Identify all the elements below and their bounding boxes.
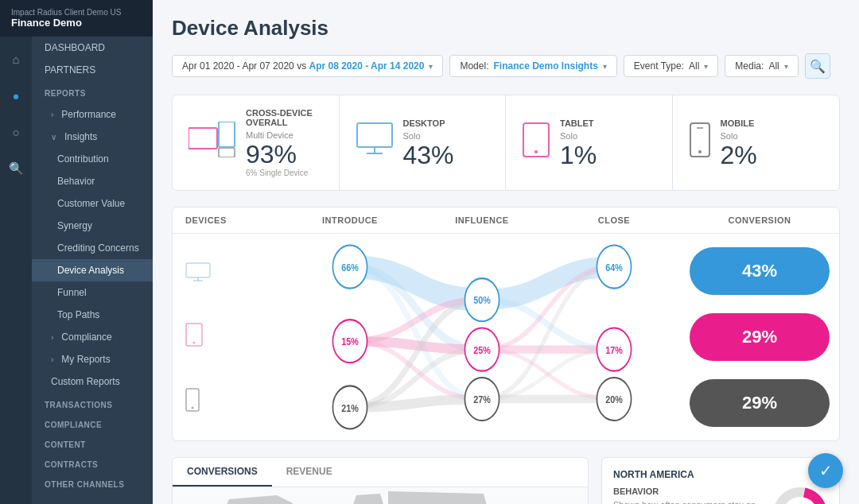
sidebar-item-funnel[interactable]: Funnel bbox=[32, 281, 153, 304]
svg-text:17%: 17% bbox=[605, 344, 623, 356]
media-label: Media: bbox=[735, 60, 764, 72]
compliance-label: Compliance bbox=[61, 331, 111, 343]
top-paths-label: Top Paths bbox=[57, 309, 99, 320]
col-introduce: INTRODUCE bbox=[284, 215, 416, 225]
sidebar-section-contracts: CONTRACTS bbox=[32, 455, 153, 475]
sankey-chart-area: 66% 15% 21% 50% 25% 27% bbox=[284, 234, 680, 440]
svg-text:64%: 64% bbox=[605, 262, 623, 273]
svg-text:66%: 66% bbox=[341, 262, 359, 273]
media-value: All bbox=[768, 60, 779, 72]
desktop-pct: 43% bbox=[403, 142, 490, 168]
caret-icon2: ▾ bbox=[603, 62, 607, 71]
north-america-panel: NORTH AMERICA BEHAVIOR Shows how often c… bbox=[601, 457, 840, 504]
event-type-filter[interactable]: Event Type: All ▾ bbox=[624, 55, 719, 77]
cross-device-icon bbox=[189, 122, 236, 165]
sankey-section: DEVICES INTRODUCE INFLUENCE CLOSE CONVER… bbox=[172, 207, 840, 441]
insights-label: Insights bbox=[64, 131, 97, 142]
sankey-devices-col bbox=[173, 234, 284, 440]
sidebar-item-customer-value[interactable]: Customer Value bbox=[32, 192, 153, 215]
conversion-tablet-pct: 29% bbox=[742, 327, 777, 347]
my-reports-label: My Reports bbox=[61, 354, 110, 365]
checkmark-icon: ✓ bbox=[819, 461, 833, 480]
reports-section-label: REPORTS bbox=[45, 89, 86, 98]
sidebar: Impact Radius Client Demo US Finance Dem… bbox=[0, 0, 153, 504]
tab-revenue[interactable]: REVENUE bbox=[272, 458, 347, 487]
tablet-pct: 1% bbox=[560, 142, 656, 168]
sidebar-header: Impact Radius Client Demo US Finance Dem… bbox=[0, 0, 153, 37]
sankey-body: 66% 15% 21% 50% 25% 27% bbox=[173, 234, 839, 440]
sidebar-item-crediting-concerns[interactable]: Crediting Concerns bbox=[32, 237, 153, 259]
nav-content: DASHBOARD PARTNERS REPORTS › Performance… bbox=[32, 37, 153, 504]
arrow-icon: › bbox=[51, 333, 53, 342]
svg-point-7 bbox=[534, 150, 538, 153]
bottom-left-panel: CONVERSIONS REVENUE bbox=[172, 457, 589, 504]
mobile-icon bbox=[689, 122, 711, 165]
sidebar-item-behavior[interactable]: Behavior bbox=[32, 170, 153, 192]
sidebar-item-partners[interactable]: PARTNERS bbox=[32, 59, 153, 81]
home-icon[interactable]: ⌂ bbox=[3, 46, 29, 72]
sidebar-item-synergy[interactable]: Synergy bbox=[32, 215, 153, 237]
device-card-overall: CROSS-DEVICE OVERALL Multi Device 93% 6%… bbox=[173, 95, 340, 190]
sidebar-item-dashboard[interactable]: DASHBOARD bbox=[32, 37, 153, 59]
sidebar-item-device-analysis[interactable]: Device Analysis bbox=[32, 259, 153, 281]
sidebar-section-other-channels: OTHER CHANNELS bbox=[32, 475, 153, 494]
date-range-filter[interactable]: Apr 01 2020 - Apr 07 2020 vs Apr 08 2020… bbox=[172, 55, 443, 77]
conversion-tablet: 29% bbox=[690, 313, 830, 361]
device-card-mobile: MOBILE Solo 2% bbox=[673, 95, 840, 190]
svg-rect-2 bbox=[219, 148, 235, 157]
sidebar-item-top-paths[interactable]: Top Paths bbox=[32, 304, 153, 326]
mobile-pct: 2% bbox=[721, 142, 824, 168]
device-cards: CROSS-DEVICE OVERALL Multi Device 93% 6%… bbox=[172, 95, 840, 191]
date1: Apr 01 2020 - Apr 07 2020 bbox=[182, 60, 294, 72]
search-button[interactable]: 🔍 bbox=[805, 53, 830, 79]
overall-sub: 6% Single Device bbox=[246, 169, 323, 177]
media-filter[interactable]: Media: All ▾ bbox=[725, 55, 798, 77]
sidebar-item-compliance[interactable]: › Compliance bbox=[32, 326, 153, 348]
sidebar-section-transactions: TRANSACTIONS bbox=[32, 393, 153, 415]
tablet-icon bbox=[522, 122, 550, 165]
map-area bbox=[173, 487, 588, 504]
fab-button[interactable]: ✓ bbox=[808, 453, 843, 488]
svg-text:20%: 20% bbox=[605, 394, 623, 405]
dashboard-label: DASHBOARD bbox=[45, 42, 105, 53]
sidebar-section-compliance: COMPLIANCE bbox=[32, 415, 153, 435]
svg-text:50%: 50% bbox=[473, 294, 491, 306]
caret-icon4: ▾ bbox=[784, 62, 788, 71]
col-influence: INFLUENCE bbox=[416, 215, 548, 225]
person-icon[interactable]: ○ bbox=[3, 119, 29, 145]
sidebar-item-insights[interactable]: ∨ Insights bbox=[32, 126, 153, 148]
sidebar-item-custom-reports[interactable]: Custom Reports bbox=[32, 370, 153, 393]
arrow-icon: › bbox=[51, 355, 53, 364]
filter-bar: Apr 01 2020 - Apr 07 2020 vs Apr 08 2020… bbox=[172, 53, 840, 79]
sidebar-collapse[interactable]: ← bbox=[32, 494, 153, 504]
mobile-row-icon bbox=[185, 388, 271, 412]
arrow-icon: › bbox=[51, 110, 53, 119]
tablet-row-icon bbox=[185, 323, 271, 347]
caret-icon3: ▾ bbox=[704, 62, 708, 71]
svg-text:21%: 21% bbox=[341, 401, 359, 413]
chart-icon[interactable]: ● bbox=[3, 83, 29, 108]
main-area: Device Analysis Apr 01 2020 - Apr 07 202… bbox=[153, 0, 859, 504]
behavior-label-text: BEHAVIOR bbox=[613, 487, 760, 496]
partners-label: PARTNERS bbox=[45, 64, 95, 76]
arrow-icon: ∨ bbox=[51, 133, 56, 142]
sankey-header: DEVICES INTRODUCE INFLUENCE CLOSE CONVER… bbox=[173, 207, 839, 234]
svg-point-15 bbox=[193, 342, 196, 344]
tab-conversions[interactable]: CONVERSIONS bbox=[173, 458, 272, 487]
north-america-title: NORTH AMERICA bbox=[613, 469, 828, 480]
sidebar-item-contribution[interactable]: Contribution bbox=[32, 148, 153, 170]
sidebar-item-my-reports[interactable]: › My Reports bbox=[32, 348, 153, 370]
col-devices: DEVICES bbox=[173, 215, 284, 225]
svg-point-9 bbox=[698, 150, 702, 153]
tablet-info: TABLET Solo 1% bbox=[560, 118, 656, 168]
model-filter[interactable]: Model: Finance Demo Insights ▾ bbox=[449, 55, 616, 77]
sidebar-section-reports: REPORTS bbox=[32, 81, 153, 103]
svg-text:27%: 27% bbox=[473, 394, 491, 405]
date2: Apr 08 2020 - Apr 14 2020 bbox=[309, 60, 424, 72]
sidebar-item-performance[interactable]: › Performance bbox=[32, 103, 153, 126]
sidebar-section-content: CONTENT bbox=[32, 435, 153, 455]
svg-rect-1 bbox=[219, 122, 235, 147]
search-icon[interactable]: 🔍 bbox=[3, 156, 29, 181]
transactions-label: TRANSACTIONS bbox=[45, 401, 112, 409]
synergy-label: Synergy bbox=[57, 220, 92, 231]
